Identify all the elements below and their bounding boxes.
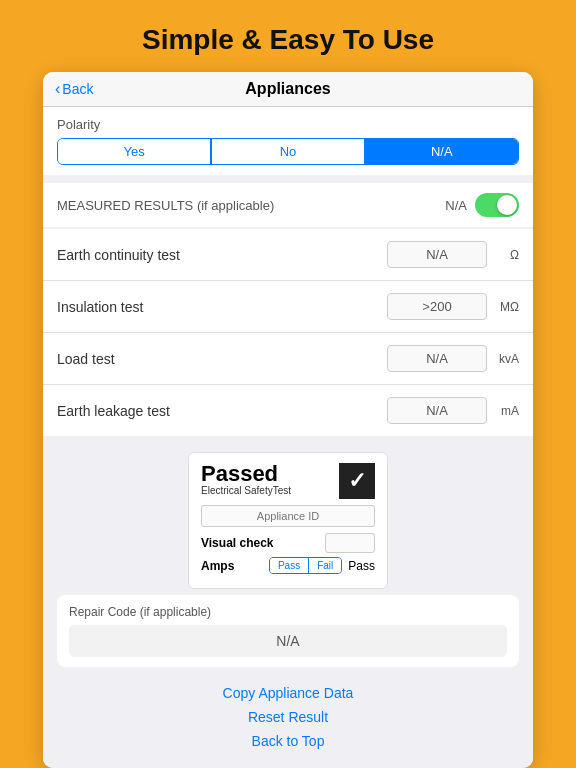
insulation-label: Insulation test [57,299,387,315]
repair-code-section: Repair Code (if applicable) N/A [57,595,519,667]
polarity-no[interactable]: No [212,139,364,164]
pass-title: Passed [201,463,291,485]
polarity-section: Polarity Yes No N/A [43,107,533,175]
amps-fail-btn[interactable]: Fail [309,558,341,573]
reset-result-link[interactable]: Reset Result [248,709,328,725]
back-label: Back [62,81,93,97]
visual-check-row: Visual check [201,533,375,553]
load-label: Load test [57,351,387,367]
back-button[interactable]: ‹ Back [55,80,93,98]
pass-title-block: Passed Electrical SafetyTest [201,463,291,496]
copy-appliance-data-link[interactable]: Copy Appliance Data [223,685,354,701]
polarity-yes[interactable]: Yes [58,139,210,164]
test-section: Earth continuity test Ω Insulation test … [43,229,533,436]
load-input[interactable] [387,345,487,372]
earth-leakage-row: Earth leakage test mA [43,385,533,436]
nav-title: Appliances [245,80,330,98]
toggle-knob [497,195,517,215]
insulation-input[interactable] [387,293,487,320]
content-area: Polarity Yes No N/A MEASURED RESULTS (if… [43,107,533,768]
polarity-segment: Yes No N/A [57,138,519,165]
load-unit: kvA [493,352,519,366]
earth-continuity-unit: Ω [493,248,519,262]
amps-row: Amps Pass Fail Pass [201,557,375,574]
bottom-links: Copy Appliance Data Reset Result Back to… [43,675,533,763]
pass-subtitle: Electrical SafetyTest [201,485,291,496]
nav-bar: ‹ Back Appliances [43,72,533,107]
amps-label: Amps [201,559,269,573]
visual-check-input[interactable] [325,533,375,553]
chevron-left-icon: ‹ [55,80,60,98]
pass-checkmark: ✓ [339,463,375,499]
repair-code-value: N/A [69,625,507,657]
earth-leakage-unit: mA [493,404,519,418]
earth-continuity-input[interactable] [387,241,487,268]
load-row: Load test kvA [43,333,533,385]
appliance-id-input[interactable] [201,505,375,527]
measured-results-row: MEASURED RESULTS (if applicable) N/A [43,183,533,227]
pass-card-header: Passed Electrical SafetyTest ✓ [201,463,375,499]
earth-continuity-label: Earth continuity test [57,247,387,263]
amps-pass-btn[interactable]: Pass [270,558,308,573]
back-to-top-link[interactable]: Back to Top [252,733,325,749]
amps-result: Pass [348,559,375,573]
measured-right: N/A [445,193,519,217]
page-title: Simple & Easy To Use [20,24,556,56]
phone-frame: ‹ Back Appliances Polarity Yes No N/A ME… [43,72,533,768]
pass-card-container: Passed Electrical SafetyTest ✓ Visual ch… [43,444,533,595]
amps-segment: Pass Fail [269,557,342,574]
polarity-na[interactable]: N/A [366,139,518,164]
pass-card: Passed Electrical SafetyTest ✓ Visual ch… [188,452,388,589]
polarity-label: Polarity [57,117,519,132]
insulation-unit: MΩ [493,300,519,314]
repair-code-label: Repair Code (if applicable) [69,605,507,619]
earth-leakage-label: Earth leakage test [57,403,387,419]
earth-continuity-row: Earth continuity test Ω [43,229,533,281]
measured-toggle[interactable] [475,193,519,217]
measured-na-label: N/A [445,198,467,213]
page-header: Simple & Easy To Use [0,0,576,72]
insulation-row: Insulation test MΩ [43,281,533,333]
measured-label: MEASURED RESULTS (if applicable) [57,198,274,213]
earth-leakage-input[interactable] [387,397,487,424]
visual-check-label: Visual check [201,536,325,550]
